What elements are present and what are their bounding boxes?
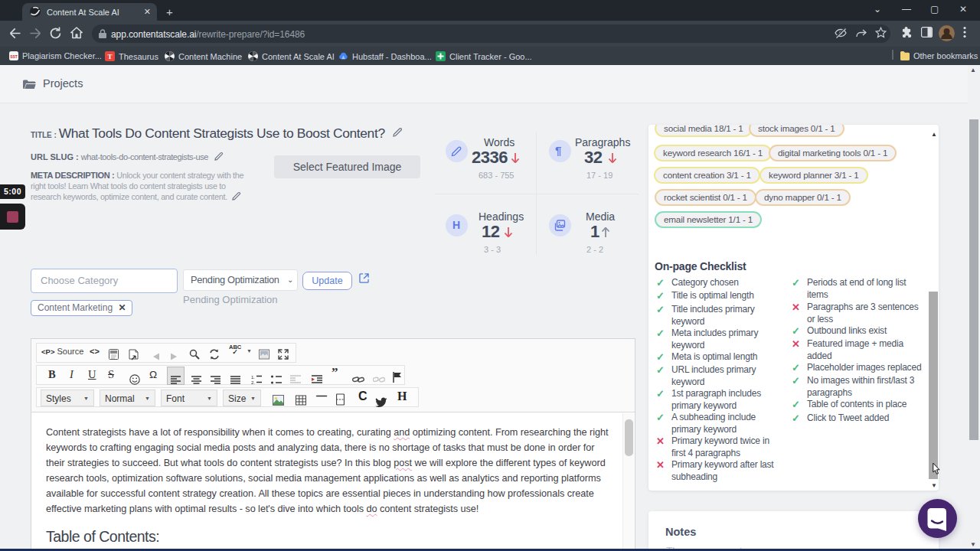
svg-text:1.: 1.: [251, 375, 255, 380]
svg-text:2.: 2.: [251, 380, 255, 385]
svg-text:T: T: [107, 53, 112, 60]
svg-text:SST: SST: [10, 54, 18, 59]
